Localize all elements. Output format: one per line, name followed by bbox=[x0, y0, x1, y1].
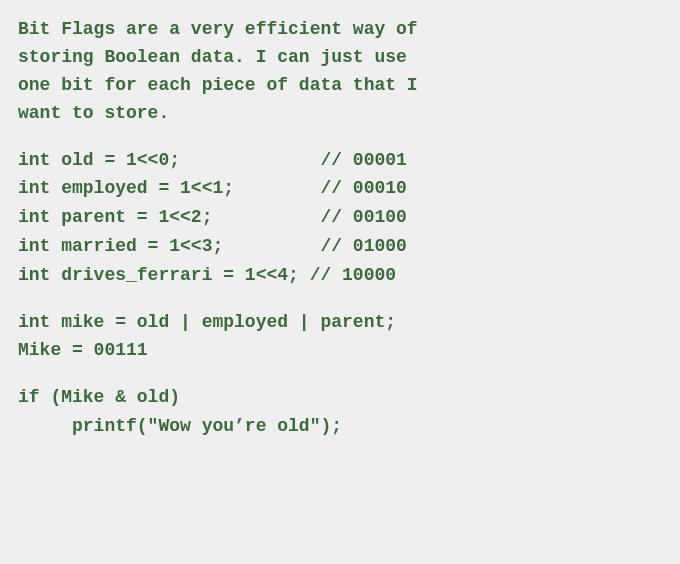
intro-text: Bit Flags are a very efficient way ofsto… bbox=[18, 16, 662, 128]
mike-section: int mike = old | employed | parent; Mike… bbox=[18, 308, 662, 366]
gap-1 bbox=[18, 290, 662, 308]
intro-line-1: Bit Flags are a very efficient way ofsto… bbox=[18, 19, 418, 123]
code-line-printf: printf("Wow you’re old"); bbox=[18, 412, 662, 441]
code-line-if: if (Mike & old) bbox=[18, 383, 662, 412]
if-section: if (Mike & old) printf("Wow you’re old")… bbox=[18, 383, 662, 441]
code-line-mike-value: Mike = 00111 bbox=[18, 336, 662, 365]
code-line-parent: int parent = 1<<2; // 00100 bbox=[18, 203, 662, 232]
code-line-mike-assign: int mike = old | employed | parent; bbox=[18, 308, 662, 337]
flags-section: int old = 1<<0; // 00001 int employed = … bbox=[18, 146, 662, 290]
code-line-old: int old = 1<<0; // 00001 bbox=[18, 146, 662, 175]
code-line-married: int married = 1<<3; // 01000 bbox=[18, 232, 662, 261]
gap-2 bbox=[18, 365, 662, 383]
page-content: Bit Flags are a very efficient way ofsto… bbox=[0, 0, 680, 564]
code-line-employed: int employed = 1<<1; // 00010 bbox=[18, 174, 662, 203]
code-line-ferrari: int drives_ferrari = 1<<4; // 10000 bbox=[18, 261, 662, 290]
